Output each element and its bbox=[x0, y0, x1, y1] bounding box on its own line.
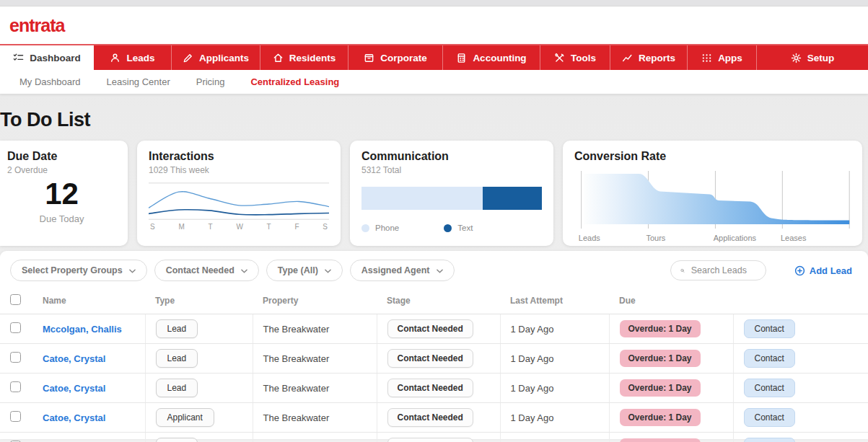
phone-legend-dot bbox=[361, 224, 369, 232]
dark-blue-line bbox=[149, 210, 329, 215]
lead-name-link[interactable]: Catoe, Crystal bbox=[43, 412, 105, 423]
tab-dashboard[interactable]: Dashboard bbox=[0, 45, 94, 70]
last-attempt-cell: 1 Day Ago bbox=[500, 344, 609, 374]
leads-table: Name Type Property Stage Last Attempt Du… bbox=[0, 288, 868, 442]
row-checkbox[interactable] bbox=[10, 322, 21, 333]
axis-tick: S bbox=[150, 223, 155, 231]
tab-reports[interactable]: Reports bbox=[610, 45, 687, 70]
table-row: Catoe, Crystal Lead The Breakwater Conta… bbox=[0, 344, 868, 374]
subnav-item-pricing[interactable]: Pricing bbox=[196, 76, 225, 87]
subnav-item-leasing-center[interactable]: Leasing Center bbox=[107, 76, 170, 87]
contact-needed-dropdown[interactable]: Contact Needed bbox=[154, 260, 259, 281]
column-header-due: Due bbox=[609, 288, 733, 314]
summary-cards: Due Date 2 Overdue 12 Due Today Interact… bbox=[0, 141, 868, 246]
checklist-icon bbox=[13, 53, 24, 63]
due-today-label: Due Today bbox=[7, 213, 116, 224]
circle-plus-icon bbox=[794, 265, 805, 276]
day-axis-labels: S M T W T F S bbox=[149, 223, 329, 231]
due-badge: Overdue: 1 Day bbox=[620, 379, 701, 397]
stage-label-tours: Tours bbox=[646, 234, 665, 242]
legend-item-phone: Phone bbox=[361, 224, 399, 232]
stage-label-leases: Leases bbox=[781, 234, 806, 242]
text-bar-segment bbox=[483, 187, 543, 210]
due-badge: Overdue: 1 Day bbox=[620, 320, 701, 337]
select-all-checkbox[interactable] bbox=[10, 294, 21, 305]
row-checkbox[interactable] bbox=[10, 352, 21, 363]
contact-button[interactable]: Contact bbox=[744, 379, 795, 397]
search-leads-field bbox=[670, 260, 766, 280]
row-checkbox[interactable] bbox=[10, 381, 21, 392]
last-attempt-cell: 1 Day Ago bbox=[500, 374, 609, 403]
due-date-card: Due Date 2 Overdue 12 Due Today bbox=[0, 141, 128, 246]
lead-name-link[interactable]: Catoe, Crystal bbox=[43, 383, 105, 394]
funnel-area bbox=[584, 174, 850, 224]
contact-button[interactable]: Contact bbox=[744, 319, 795, 338]
tab-leads[interactable]: Leads bbox=[94, 45, 171, 70]
type-badge: Lead bbox=[156, 438, 198, 442]
type-badge: Lead bbox=[156, 349, 198, 368]
assigned-agent-dropdown[interactable]: Assigned Agent bbox=[350, 260, 455, 281]
conversion-funnel-chart bbox=[574, 171, 854, 229]
tab-corporate[interactable]: Corporate bbox=[348, 45, 442, 70]
tab-applicants[interactable]: Applicants bbox=[171, 45, 260, 70]
card-title: Due Date bbox=[7, 150, 116, 163]
tab-apps[interactable]: Apps bbox=[687, 45, 756, 70]
pencil-icon bbox=[183, 53, 193, 63]
tab-label: Reports bbox=[639, 53, 675, 63]
column-header-property: Property bbox=[253, 288, 377, 314]
tab-label: Setup bbox=[807, 53, 835, 63]
search-input[interactable] bbox=[691, 265, 756, 275]
due-badge: Overdue: 1 Day bbox=[620, 350, 701, 367]
dropdown-label: Select Property Groups bbox=[22, 265, 123, 275]
type-dropdown[interactable]: Type (All) bbox=[266, 260, 343, 281]
column-header-last-attempt: Last Attempt bbox=[500, 288, 609, 314]
type-badge: Lead bbox=[156, 319, 198, 338]
tab-residents[interactable]: Residents bbox=[260, 45, 348, 70]
entrata-logo[interactable]: entrata bbox=[9, 15, 64, 36]
column-header-type: Type bbox=[145, 288, 253, 314]
chevron-down-icon bbox=[129, 265, 136, 275]
dropdown-label: Assigned Agent bbox=[361, 265, 430, 275]
light-blue-line bbox=[149, 192, 329, 208]
lead-name-link[interactable]: Catoe, Crystal bbox=[43, 353, 105, 364]
last-attempt-cell: 1 Day Ago bbox=[500, 314, 609, 344]
subnav-item-centralized-leasing[interactable]: Centralized Leasing bbox=[250, 76, 339, 87]
trend-line-icon bbox=[622, 53, 633, 63]
gear-icon bbox=[791, 53, 802, 63]
table-row: Catoe, Crystal Applicant The Breakwater … bbox=[0, 403, 868, 433]
main-nav: Dashboard Leads Applicants Residents Cor… bbox=[0, 44, 868, 70]
stage-badge: Contact Needed bbox=[387, 379, 473, 397]
card-title: Conversion Rate bbox=[574, 150, 854, 163]
grid-dots-icon bbox=[701, 53, 712, 63]
add-lead-label: Add Lead bbox=[810, 265, 852, 276]
tab-tools[interactable]: Tools bbox=[540, 45, 610, 70]
contact-button[interactable]: Contact bbox=[744, 438, 795, 442]
tab-accounting[interactable]: Accounting bbox=[442, 45, 540, 70]
row-checkbox[interactable] bbox=[10, 411, 21, 422]
chevron-down-icon bbox=[241, 265, 247, 275]
calculator-icon bbox=[456, 53, 467, 63]
communication-card: Communication 5312 Total Phone Text bbox=[350, 141, 553, 246]
property-cell: The Breakwater bbox=[253, 433, 377, 442]
contact-button[interactable]: Contact bbox=[744, 349, 795, 368]
lead-name-link[interactable]: Mccolgan, Challis bbox=[43, 324, 122, 335]
stage-badge: Contact Needed bbox=[387, 438, 473, 442]
page-title: To Do List bbox=[0, 109, 868, 131]
interactions-subtitle: 1029 This week bbox=[149, 165, 329, 175]
property-groups-dropdown[interactable]: Select Property Groups bbox=[10, 260, 147, 281]
column-header-stage: Stage bbox=[377, 288, 500, 314]
subnav-item-my-dashboard[interactable]: My Dashboard bbox=[19, 76, 81, 87]
type-badge: Applicant bbox=[156, 408, 214, 427]
due-badge: Overdue: 1 Day bbox=[620, 409, 701, 426]
tab-setup[interactable]: Setup bbox=[756, 45, 868, 70]
tab-label: Apps bbox=[718, 53, 742, 63]
last-attempt-cell: 1 Day Ago bbox=[500, 433, 609, 442]
contact-button[interactable]: Contact bbox=[744, 408, 795, 427]
axis-tick: F bbox=[294, 223, 299, 231]
table-header-row: Name Type Property Stage Last Attempt Du… bbox=[0, 288, 868, 314]
stage-label-applications: Applications bbox=[714, 234, 756, 242]
add-lead-button[interactable]: Add Lead bbox=[794, 265, 852, 276]
tab-label: Applicants bbox=[199, 53, 249, 63]
communication-stacked-bar bbox=[361, 187, 542, 210]
stage-label-leads: Leads bbox=[579, 234, 600, 242]
